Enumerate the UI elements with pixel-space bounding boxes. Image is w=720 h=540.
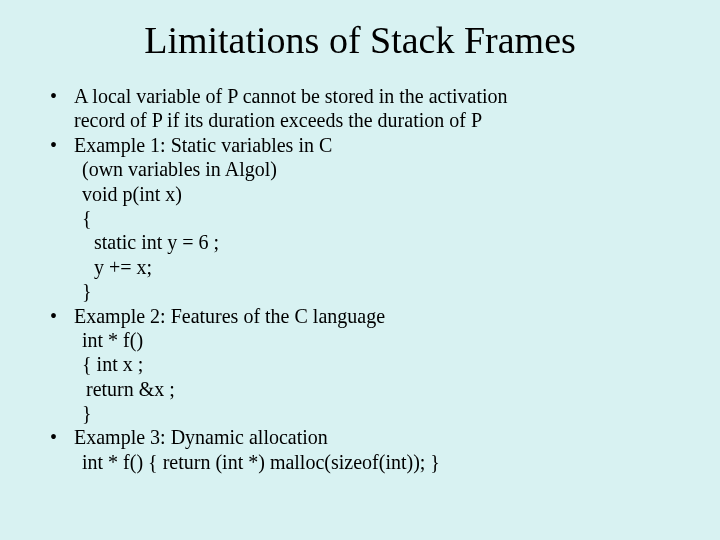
- bullet-text: Example 1: Static variables in C (own va…: [74, 133, 672, 304]
- bullet-text: Example 2: Features of the C language in…: [74, 304, 672, 426]
- text-line: Example 3: Dynamic allocation: [74, 425, 672, 449]
- bullet-text: Example 3: Dynamic allocation int * f() …: [74, 425, 672, 474]
- text-line: record of P if its duration exceeds the …: [74, 108, 672, 132]
- slide-title: Limitations of Stack Frames: [48, 18, 672, 62]
- text-line: static int y = 6 ;: [74, 230, 672, 254]
- bullet-marker: •: [48, 425, 74, 474]
- bullet-item: • A local variable of P cannot be stored…: [48, 84, 672, 133]
- text-line: Example 1: Static variables in C: [74, 133, 672, 157]
- text-line: Example 2: Features of the C language: [74, 304, 672, 328]
- slide-content: • A local variable of P cannot be stored…: [48, 84, 672, 474]
- bullet-text: A local variable of P cannot be stored i…: [74, 84, 672, 133]
- text-line: void p(int x): [74, 182, 672, 206]
- text-line: A local variable of P cannot be stored i…: [74, 84, 672, 108]
- text-line: {: [74, 206, 672, 230]
- text-line: }: [74, 279, 672, 303]
- bullet-marker: •: [48, 133, 74, 304]
- text-line: (own variables in Algol): [74, 157, 672, 181]
- text-line: { int x ;: [74, 352, 672, 376]
- bullet-item: • Example 3: Dynamic allocation int * f(…: [48, 425, 672, 474]
- text-line: return &x ;: [74, 377, 672, 401]
- text-line: y += x;: [74, 255, 672, 279]
- text-line: }: [74, 401, 672, 425]
- text-line: int * f() { return (int *) malloc(sizeof…: [74, 450, 672, 474]
- bullet-marker: •: [48, 304, 74, 426]
- bullet-item: • Example 1: Static variables in C (own …: [48, 133, 672, 304]
- bullet-item: • Example 2: Features of the C language …: [48, 304, 672, 426]
- text-line: int * f(): [74, 328, 672, 352]
- bullet-marker: •: [48, 84, 74, 133]
